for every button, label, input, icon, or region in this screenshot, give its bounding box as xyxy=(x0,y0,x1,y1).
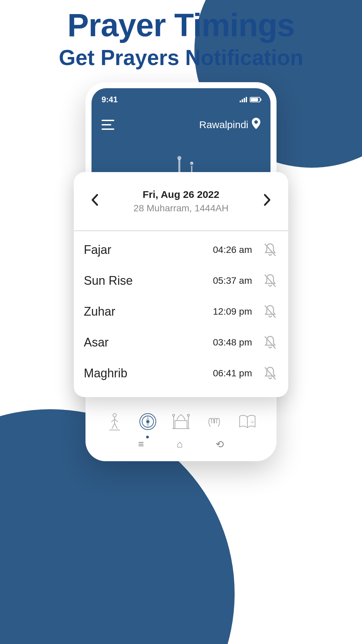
location-label: Rawalpindi xyxy=(199,119,248,130)
date-gregorian: Fri, Aug 26 2022 xyxy=(133,189,228,200)
status-bar: 9:41 xyxy=(102,88,260,104)
svg-point-8 xyxy=(113,414,116,417)
prayer-time: 12:09 pm xyxy=(213,306,252,317)
promo-title: Prayer Timings xyxy=(0,7,362,44)
prayer-row: Zuhar 12:09 pm xyxy=(82,296,280,327)
prayer-time: 06:41 pm xyxy=(213,368,252,379)
svg-point-17 xyxy=(173,414,175,416)
prayer-name: Maghrib xyxy=(84,366,213,380)
prayer-times-card: Fri, Aug 26 2022 28 Muharram, 1444AH Faj… xyxy=(74,172,288,397)
notification-toggle[interactable] xyxy=(262,334,278,351)
app-header: 9:41 Rawalpindi xyxy=(92,88,270,179)
prayer-list: Fajar 04:26 am Sun Rise 05:37 am Zuhar 1… xyxy=(74,231,288,397)
svg-point-13 xyxy=(147,421,149,423)
battery-icon xyxy=(250,97,260,102)
notification-toggle[interactable] xyxy=(262,365,278,381)
prayer-name: Sun Rise xyxy=(84,274,213,288)
prayer-name: Asar xyxy=(84,335,213,350)
date-hijri: 28 Muharram, 1444AH xyxy=(133,203,228,214)
nav-active-indicator xyxy=(146,436,149,438)
prayer-time: 03:48 pm xyxy=(213,337,252,348)
prayer-row: Sun Rise 05:37 am xyxy=(82,265,280,296)
promo-subtitle: Get Prayers Notification xyxy=(0,45,362,70)
nav-mosque-icon[interactable] xyxy=(171,412,191,432)
date-prev-button[interactable] xyxy=(90,193,99,210)
svg-rect-14 xyxy=(175,421,187,429)
system-nav-bar: ≡ ⌂ ⟲ xyxy=(92,438,270,450)
location-pin-icon xyxy=(252,118,260,131)
svg-rect-2 xyxy=(244,98,245,102)
status-icons xyxy=(240,95,260,104)
topbar: Rawalpindi xyxy=(102,118,260,131)
prayer-row: Maghrib 06:41 pm xyxy=(82,358,280,389)
nav-compass-icon[interactable] xyxy=(138,412,158,432)
svg-rect-3 xyxy=(246,97,247,102)
bottom-nav: ﷲ xyxy=(92,412,270,432)
svg-point-18 xyxy=(187,414,189,416)
system-recent-icon[interactable]: ≡ xyxy=(138,438,144,450)
svg-rect-1 xyxy=(242,99,243,102)
signal-icon xyxy=(240,95,247,104)
notification-toggle[interactable] xyxy=(262,304,278,320)
menu-button[interactable] xyxy=(102,120,114,130)
date-header: Fri, Aug 26 2022 28 Muharram, 1444AH xyxy=(74,172,288,227)
nav-prayer-icon[interactable] xyxy=(105,412,125,432)
prayer-row: Asar 03:48 pm xyxy=(82,327,280,358)
date-display: Fri, Aug 26 2022 28 Muharram, 1444AH xyxy=(133,189,228,214)
nav-dua-icon[interactable] xyxy=(204,412,224,432)
prayer-name: Zuhar xyxy=(84,305,213,319)
notification-toggle[interactable] xyxy=(262,242,278,258)
svg-text:ﷲ: ﷲ xyxy=(250,420,254,424)
status-time: 9:41 xyxy=(102,95,118,104)
svg-point-5 xyxy=(177,156,181,160)
divider xyxy=(74,230,288,231)
notification-toggle[interactable] xyxy=(262,273,278,289)
promo-heading: Prayer Timings Get Prayers Notification xyxy=(0,0,362,70)
date-next-button[interactable] xyxy=(263,193,272,210)
prayer-time: 04:26 am xyxy=(213,245,252,255)
location-button[interactable]: Rawalpindi xyxy=(199,118,260,131)
system-home-icon[interactable]: ⌂ xyxy=(177,438,183,450)
prayer-time: 05:37 am xyxy=(213,275,252,286)
nav-quran-icon[interactable]: ﷲ xyxy=(237,412,257,432)
svg-rect-0 xyxy=(240,101,241,102)
system-back-icon[interactable]: ⟲ xyxy=(216,438,224,450)
prayer-name: Fajar xyxy=(84,243,213,257)
prayer-row: Fajar 04:26 am xyxy=(82,234,280,265)
